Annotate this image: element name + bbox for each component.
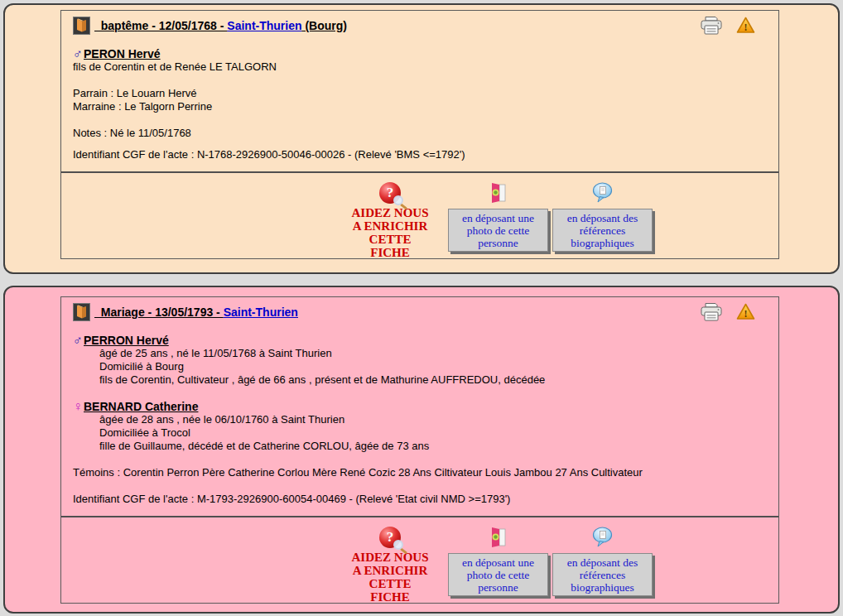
deposit-bio-column: en déposant des références biographiques — [552, 179, 653, 252]
record-frame-marriage: Mariage - 13/05/1793 - Saint-Thurien — [60, 296, 779, 604]
warning-icon[interactable]: ! — [736, 303, 755, 320]
male-symbol-icon: ♂ — [73, 333, 83, 347]
male-symbol-icon: ♂ — [73, 46, 83, 60]
help-text: AIDEZ NOUS A ENRICHIR CETTE FICHE — [349, 551, 431, 604]
place-link[interactable]: Saint-Thurien — [224, 306, 298, 319]
deposit-photo-column: en déposant une photo de cette personne — [448, 179, 548, 252]
separator-line — [61, 516, 778, 517]
filiation-line: fils de Corentin et de Renée LE TALGORN — [73, 60, 767, 74]
warning-icon[interactable]: ! — [736, 17, 755, 34]
photo-album-icon — [489, 179, 508, 204]
godmother-line: Marraine : Le Talgorn Perrine — [73, 100, 767, 113]
groom-detail: fils de Corentin, Cultivateur , âgé de 6… — [73, 373, 767, 387]
photo-album-icon — [489, 523, 508, 548]
record-frame-baptism: baptême - 12/05/1768 - Saint-Thurien (Bo… — [60, 10, 779, 259]
bride-detail: âgée de 28 ans , née le 06/10/1760 à Sai… — [73, 413, 767, 426]
help-question-icon: ? — [379, 527, 401, 548]
record-title-suffix: (Bourg) — [302, 19, 347, 32]
deposit-bio-button[interactable]: en déposant des références biographiques — [552, 553, 653, 596]
speech-bubble-icon — [592, 523, 614, 548]
help-question-icon: ? — [379, 182, 401, 204]
groom-name[interactable]: PERRON Hervé — [84, 334, 169, 347]
witnesses-line: Témoins : Corentin Perron Père Catherine… — [73, 466, 767, 479]
groom-line: ♂PERRON Hervé — [73, 334, 767, 347]
act-id-line: Identifiant CGF de l'acte : N-1768-29269… — [73, 148, 767, 161]
groom-detail: Domicilié à Bourg — [73, 360, 767, 373]
female-symbol-icon: ♀ — [73, 399, 83, 413]
record-title: baptême - 12/05/1768 - Saint-Thurien (Bo… — [94, 19, 347, 32]
help-prompt: ? AIDEZ NOUS A ENRICHIR CETTE FICHE — [349, 179, 431, 259]
help-section: ? AIDEZ NOUS A ENRICHIR CETTE FICHE en d… — [73, 179, 767, 259]
deposit-photo-button[interactable]: en déposant une photo de cette personne — [448, 209, 548, 252]
print-icon[interactable] — [701, 16, 722, 36]
act-register-icon[interactable] — [73, 16, 90, 35]
deposit-bio-column: en déposant des références biographiques — [552, 523, 653, 596]
record-title: Mariage - 13/05/1793 - Saint-Thurien — [94, 306, 298, 319]
header-action-icons: ! — [701, 16, 755, 36]
svg-text:!: ! — [744, 308, 748, 320]
act-register-icon[interactable] — [73, 302, 90, 321]
record-header: Mariage - 13/05/1793 - Saint-Thurien — [73, 301, 767, 323]
place-link[interactable]: Saint-Thurien — [227, 19, 301, 32]
record-title-text: baptême - 12/05/1768 - — [94, 19, 227, 32]
record-title-text: Mariage - 13/05/1793 - — [94, 306, 224, 319]
notes-line: Notes : Né le 11/05/1768 — [73, 127, 767, 140]
bride-line: ♀BERNARD Catherine — [73, 400, 767, 413]
deposit-photo-column: en déposant une photo de cette personne — [448, 523, 548, 596]
deposit-bio-button[interactable]: en déposant des références biographiques — [552, 209, 653, 252]
question-mark: ? — [387, 185, 394, 200]
svg-text:!: ! — [744, 22, 748, 33]
help-text: AIDEZ NOUS A ENRICHIR CETTE FICHE — [349, 206, 431, 259]
question-mark: ? — [387, 529, 394, 545]
record-card-baptism: baptême - 12/05/1768 - Saint-Thurien (Bo… — [3, 3, 840, 274]
help-section: ? AIDEZ NOUS A ENRICHIR CETTE FICHE en d… — [73, 523, 767, 604]
bride-detail: fille de Guillaume, décédé et de Catheri… — [73, 440, 767, 453]
help-prompt: ? AIDEZ NOUS A ENRICHIR CETTE FICHE — [349, 523, 431, 604]
record-header: baptême - 12/05/1768 - Saint-Thurien (Bo… — [73, 14, 767, 36]
record-card-marriage: Mariage - 13/05/1793 - Saint-Thurien — [3, 286, 840, 614]
person-name[interactable]: PERON Hervé — [84, 47, 161, 60]
print-icon[interactable] — [701, 302, 722, 322]
bride-name[interactable]: BERNARD Catherine — [84, 400, 198, 413]
speech-bubble-icon — [592, 179, 614, 204]
act-id-line: Identifiant CGF de l'acte : M-1793-29269… — [73, 493, 767, 506]
person-line: ♂PERON Hervé — [73, 47, 767, 60]
deposit-photo-button[interactable]: en déposant une photo de cette personne — [448, 553, 548, 596]
bride-detail: Domiciliée à Trocol — [73, 426, 767, 440]
godfather-line: Parrain : Le Louarn Hervé — [73, 87, 767, 100]
separator-line — [61, 171, 778, 173]
groom-detail: âgé de 25 ans , né le 11/05/1768 à Saint… — [73, 347, 767, 360]
header-action-icons: ! — [701, 302, 755, 322]
